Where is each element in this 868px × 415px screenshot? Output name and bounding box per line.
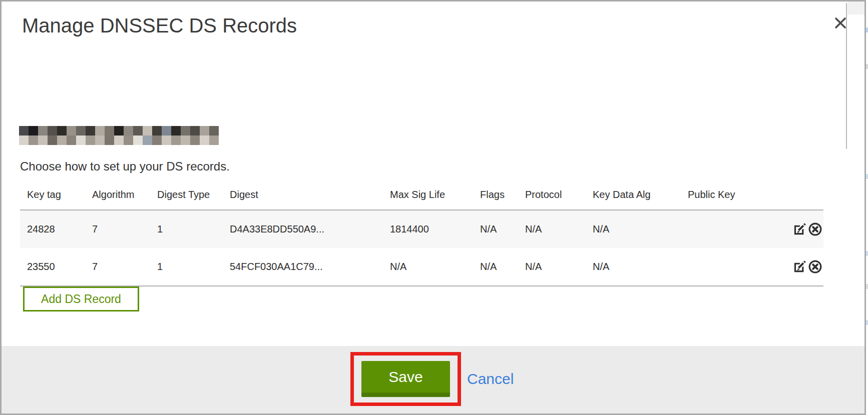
- ds-records-table: Key tag Algorithm Digest Type Digest Max…: [20, 186, 823, 286]
- col-header-algorithm: Algorithm: [85, 186, 150, 210]
- cell-digest-type: 1: [150, 210, 223, 248]
- cell-public-key: [681, 248, 784, 286]
- dialog-footer: Save Cancel: [2, 346, 864, 414]
- scrollbar-tick: [866, 64, 868, 69]
- cell-max-sig-life: N/A: [383, 248, 473, 286]
- edit-icon[interactable]: [792, 222, 807, 236]
- col-header-public-key: Public Key: [681, 186, 784, 210]
- scrollbar-tick: [866, 174, 868, 179]
- cell-key-tag: 24828: [20, 210, 85, 248]
- col-header-key-tag: Key tag: [20, 186, 85, 210]
- delete-icon[interactable]: [808, 260, 822, 274]
- cell-key-data-alg: N/A: [586, 210, 681, 248]
- annotation-highlight-box: Save: [350, 352, 461, 406]
- scrollbar-tick: [866, 284, 868, 289]
- scrollbar-tick: [866, 320, 868, 325]
- background-scrollbar-cap: [847, 2, 864, 14]
- table-row: 23550 7 1 54FCF030AA1C79... N/A N/A N/A …: [20, 248, 823, 286]
- cell-public-key: [681, 210, 784, 248]
- col-header-digest: Digest: [223, 186, 383, 210]
- add-ds-record-button[interactable]: Add DS Record: [23, 286, 139, 312]
- dnssec-dialog: Manage DNSSEC DS Records Choose how to s…: [0, 0, 866, 415]
- cell-protocol: N/A: [518, 248, 586, 286]
- cell-digest-type: 1: [150, 248, 223, 286]
- col-header-max-sig-life: Max Sig Life: [383, 186, 473, 210]
- col-header-protocol: Protocol: [518, 186, 586, 210]
- redacted-domain-name: [19, 126, 219, 145]
- background-scrollbar-edge: [846, 3, 847, 149]
- cell-digest: D4A33E8DD550A9...: [223, 210, 383, 248]
- cell-key-tag: 23550: [20, 248, 85, 286]
- cell-max-sig-life: 1814400: [383, 210, 473, 248]
- col-header-actions: [784, 186, 823, 210]
- col-header-flags: Flags: [473, 186, 518, 210]
- table-row: 24828 7 1 D4A33E8DD550A9... 1814400 N/A …: [20, 210, 823, 248]
- scrollbar-tick: [866, 251, 868, 256]
- edit-icon[interactable]: [792, 260, 807, 274]
- dialog-title: Manage DNSSEC DS Records: [22, 14, 297, 37]
- delete-icon[interactable]: [808, 222, 822, 236]
- cell-algorithm: 7: [85, 210, 150, 248]
- cell-protocol: N/A: [518, 210, 586, 248]
- instruction-text: Choose how to set up your DS records.: [20, 160, 230, 174]
- cell-algorithm: 7: [85, 248, 150, 286]
- col-header-key-data-alg: Key Data Alg: [586, 186, 681, 210]
- cell-digest: 54FCF030AA1C79...: [223, 248, 383, 286]
- col-header-digest-type: Digest Type: [150, 186, 223, 210]
- save-button[interactable]: Save: [361, 361, 450, 397]
- table-header-row: Key tag Algorithm Digest Type Digest Max…: [20, 186, 823, 210]
- cell-key-data-alg: N/A: [586, 248, 681, 286]
- cancel-link[interactable]: Cancel: [467, 370, 514, 388]
- cell-flags: N/A: [473, 248, 518, 286]
- scrollbar-tick: [866, 28, 868, 32]
- cell-flags: N/A: [473, 210, 518, 248]
